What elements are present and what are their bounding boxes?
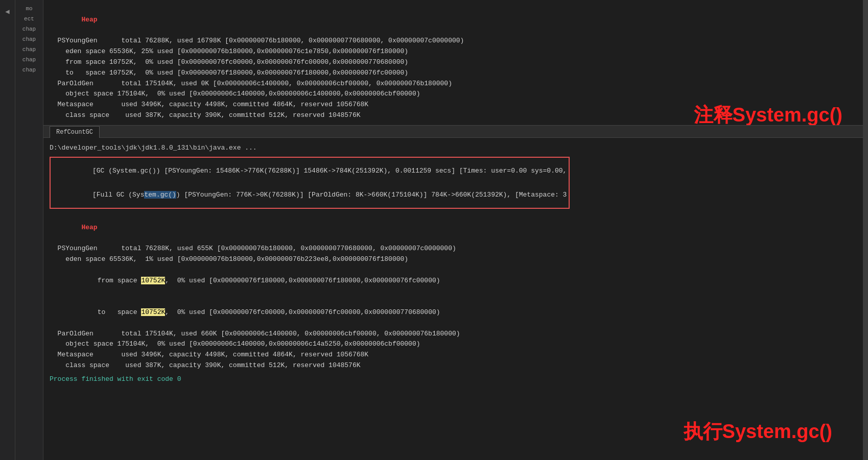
top-class-space: class space used 387K, capacity 390K, co… — [50, 110, 684, 121]
path-line: D:\developer_tools\jdk\jdk1.8.0_131\bin\… — [50, 144, 857, 152]
sidebar-text-items: mo ect chap chap chap chap chap — [15, 0, 43, 460]
top-object-space: object space 175104K, 0% used [0x0000000… — [50, 89, 684, 100]
sidebar-nav: ◀ — [0, 0, 15, 460]
output-section[interactable]: D:\developer_tools\jdk\jdk1.8.0_131\bin\… — [43, 138, 863, 460]
gc-box: [GC (System.gc()) [PSYoungGen: 15486K->7… — [50, 157, 570, 209]
bottom-metaspace: Metaspace used 3496K, capacity 4498K, co… — [50, 350, 857, 360]
top-section: Heap PSYoungGen total 76288K, used 16798… — [43, 0, 863, 126]
bottom-ps-young-gen: PSYoungGen total 76288K, used 655K [0x00… — [50, 244, 857, 254]
scrollbar-right[interactable] — [863, 0, 868, 460]
top-par-old-gen: ParOldGen total 175104K, used 0K [0x0000… — [50, 79, 684, 89]
annotation-bottom: 执行System.gc() — [684, 419, 832, 445]
gc-highlight: tem.gc() — [144, 191, 176, 199]
bottom-class-space: class space used 387K, capacity 390K, co… — [50, 360, 857, 371]
tab-refcountgc[interactable]: RefCountGC — [50, 126, 100, 138]
gc-line-2: [Full GC (System.gc()) [PSYoungGen: 776K… — [51, 183, 569, 207]
top-to-space: to space 10752K, 0% used [0x000000076f18… — [50, 68, 684, 79]
sidebar-item-chap5[interactable]: chap — [15, 65, 43, 75]
annotation-top: 注释System.gc() — [694, 102, 842, 126]
to-space-highlight: 10752K — [141, 308, 165, 316]
sidebar-item-chap3[interactable]: chap — [15, 45, 43, 54]
gc-line-1: [GC (System.gc()) [PSYoungGen: 15486K->7… — [51, 159, 569, 183]
bottom-eden-space: eden space 65536K, 1% used [0x000000076b… — [50, 254, 857, 265]
top-eden-space: eden space 65536K, 25% used [0x000000076… — [50, 46, 684, 57]
bottom-to-space: to space 10752K, 0% used [0x000000076fc0… — [50, 297, 857, 328]
from-space-highlight: 10752K — [141, 277, 165, 284]
bottom-from-space: from space 10752K, 0% used [0x000000076f… — [50, 265, 857, 297]
sidebar-item-mo[interactable]: mo — [15, 4, 43, 13]
bottom-object-space: object space 175104K, 0% used [0x0000000… — [50, 339, 857, 350]
bottom-heap-label: Heap — [50, 212, 857, 244]
top-metaspace: Metaspace used 3496K, capacity 4498K, co… — [50, 100, 684, 110]
nav-back-arrow[interactable]: ◀ — [3, 5, 11, 18]
top-heap-label: Heap — [50, 4, 684, 36]
sidebar-item-ect[interactable]: ect — [15, 14, 43, 23]
top-from-space: from space 10752K, 0% used [0x000000076f… — [50, 57, 684, 68]
bottom-par-old-gen: ParOldGen total 175104K, used 660K [0x00… — [50, 329, 857, 340]
sidebar-item-chap2[interactable]: chap — [15, 35, 43, 44]
tab-bar: RefCountGC — [43, 126, 863, 138]
sidebar-item-chap4[interactable]: chap — [15, 55, 43, 64]
process-finished-line: Process finished with exit code 0 — [50, 375, 857, 383]
sidebar-item-chap1[interactable]: chap — [15, 25, 43, 34]
content-area: Heap PSYoungGen total 76288K, used 16798… — [43, 0, 863, 460]
top-ps-young-gen: PSYoungGen total 76288K, used 16798K [0x… — [50, 36, 684, 46]
